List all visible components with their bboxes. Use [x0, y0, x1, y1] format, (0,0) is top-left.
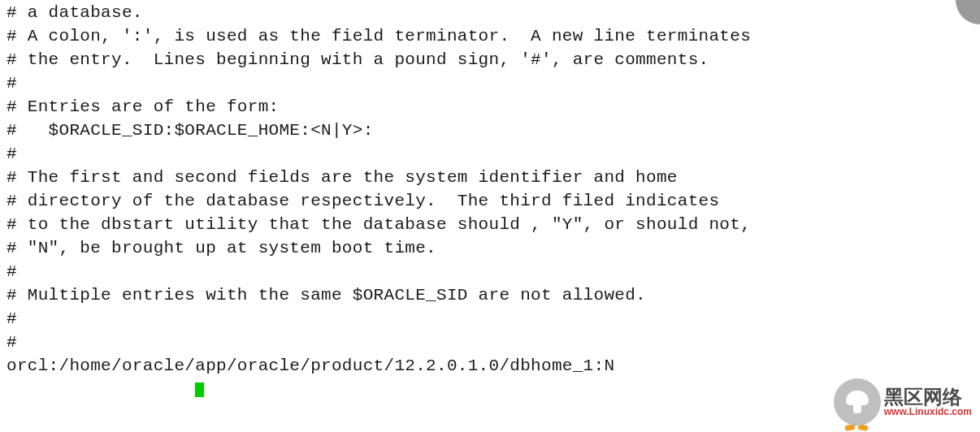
- code-line: # the entry. Lines beginning with a poun…: [7, 49, 980, 72]
- code-line: # "N", be brought up at system boot time…: [7, 237, 980, 261]
- code-line: # a database.: [7, 2, 980, 25]
- code-line: # to the dbstart utility that the databa…: [7, 214, 980, 237]
- code-line: #: [7, 72, 980, 96]
- code-line: # $ORACLE_SID:$ORACLE_HOME:<N|Y>:: [7, 119, 980, 143]
- code-line: # A colon, ':', is used as the field ter…: [7, 25, 980, 49]
- text-content: # a database. # A colon, ':', is used as…: [7, 2, 980, 401]
- code-line: # Multiple entries with the same $ORACLE…: [7, 284, 980, 308]
- code-line: # The first and second fields are the sy…: [7, 166, 980, 190]
- watermark-logo-icon: [834, 378, 881, 426]
- watermark: 黑区网络 www.Linuxidc.com: [834, 378, 972, 426]
- watermark-url: www.Linuxidc.com: [884, 407, 972, 417]
- code-line: #: [7, 261, 980, 284]
- code-line: #: [7, 331, 980, 355]
- terminal-cursor: [195, 382, 204, 397]
- code-line: # directory of the database respectively…: [7, 190, 980, 214]
- code-line: #: [7, 308, 980, 331]
- code-line: orcl:/home/oracle/app/oracle/product/12.…: [7, 355, 980, 378]
- code-line: #: [7, 143, 980, 166]
- watermark-title: 黑区网络: [884, 387, 972, 407]
- code-line: # Entries are of the form:: [7, 96, 980, 119]
